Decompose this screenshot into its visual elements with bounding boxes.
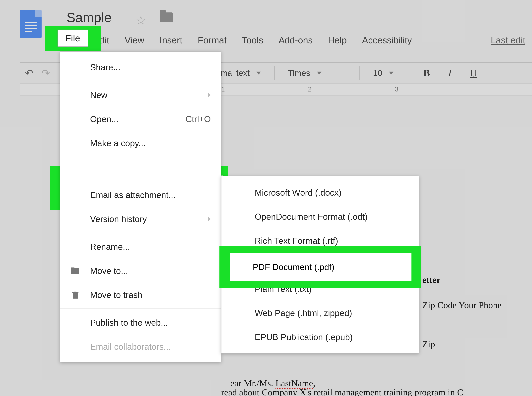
font-family-dropdown[interactable]: Times — [283, 68, 351, 78]
submenu-arrow-icon — [208, 93, 211, 97]
chevron-down-icon — [256, 72, 261, 75]
underline-button[interactable]: U — [465, 67, 482, 79]
last-edit-link[interactable]: Last edit — [491, 35, 525, 46]
tutorial-highlight-pdf: PDF Document (.pdf) — [220, 246, 421, 288]
font-family-value: Times — [288, 68, 310, 78]
menu-tools[interactable]: Tools — [240, 33, 265, 47]
doc-text: Zip Code Your Phone — [422, 298, 502, 312]
menu-item-email-collaborators: Email collaborators... — [60, 335, 221, 359]
menu-item-label: New — [90, 90, 108, 100]
menu-item-version-history[interactable]: Version history — [60, 207, 221, 231]
chevron-down-icon — [317, 72, 322, 75]
menu-divider — [60, 233, 221, 233]
submenu-item-label: OpenDocument Format (.odt) — [255, 212, 368, 222]
redo-icon[interactable]: ↷ — [42, 67, 50, 79]
menu-item-label: Share... — [90, 62, 120, 72]
submenu-item-label: Microsoft Word (.docx) — [255, 188, 341, 198]
menu-item-label: Version history — [90, 214, 147, 224]
submenu-item-label: Web Page (.html, zipped) — [255, 308, 352, 318]
menu-divider — [60, 309, 221, 309]
menu-item-new[interactable]: New — [60, 83, 221, 107]
menu-shortcut: Ctrl+O — [185, 114, 211, 124]
menu-item-label: Rename... — [90, 242, 130, 252]
menu-item-email-attachment[interactable]: Email as attachment... — [60, 183, 221, 207]
submenu-arrow-icon — [208, 217, 211, 221]
trash-icon — [70, 290, 80, 300]
menubar: File Edit View Insert Format Tools Add-o… — [61, 33, 414, 47]
submenu-item-label: EPUB Publication (.epub) — [255, 332, 353, 342]
google-docs-logo — [20, 10, 42, 38]
undo-icon[interactable]: ↶ — [25, 67, 33, 79]
menu-accessibility[interactable]: Accessibility — [360, 33, 414, 47]
submenu-item-pdf[interactable]: PDF Document (.pdf) — [230, 253, 412, 281]
menu-item-label: Make a copy... — [90, 138, 146, 148]
menu-item-share[interactable]: Share... — [60, 55, 221, 79]
menu-item-make-copy[interactable]: Make a copy... — [60, 131, 221, 155]
menu-format[interactable]: Format — [196, 33, 229, 47]
menu-help[interactable]: Help — [326, 33, 349, 47]
chevron-down-icon — [389, 72, 394, 75]
menu-item-rename[interactable]: Rename... — [60, 235, 221, 259]
font-size-dropdown[interactable]: 10 — [368, 68, 401, 78]
menu-item-open[interactable]: Open... Ctrl+O — [60, 107, 221, 131]
menu-item-label: Email as attachment... — [90, 190, 176, 200]
tutorial-highlight-file: File — [45, 26, 101, 51]
menu-insert[interactable]: Insert — [158, 33, 185, 47]
paragraph-style-value: rmal text — [218, 68, 250, 78]
menu-item-move-to-trash[interactable]: Move to trash — [60, 283, 221, 307]
submenu-item-odt[interactable]: OpenDocument Format (.odt) — [221, 204, 419, 229]
menu-addons[interactable]: Add-ons — [277, 33, 315, 47]
menu-item-label: Open... — [90, 114, 119, 124]
submenu-item-label: Rich Text Format (.rtf) — [255, 236, 338, 246]
ruler-mark: 3 — [395, 86, 399, 93]
document-title[interactable]: Sample — [66, 10, 112, 25]
submenu-item-docx[interactable]: Microsoft Word (.docx) — [221, 181, 419, 204]
bold-button[interactable]: B — [418, 67, 435, 79]
menu-divider — [60, 157, 221, 157]
doc-text: Zip — [422, 337, 435, 351]
submenu-item-html[interactable]: Web Page (.html, zipped) — [221, 301, 419, 325]
menu-file[interactable]: File — [58, 29, 88, 47]
ruler-mark: 1 — [221, 86, 225, 93]
ruler-mark: 2 — [308, 86, 311, 93]
menu-item-label: Publish to the web... — [90, 318, 168, 328]
move-folder-icon[interactable] — [160, 12, 173, 23]
submenu-item-epub[interactable]: EPUB Publication (.epub) — [221, 325, 419, 349]
file-dropdown-menu: Share... New Open... Ctrl+O Make a copy.… — [60, 52, 221, 362]
folder-icon — [70, 266, 80, 276]
menu-item-publish-web[interactable]: Publish to the web... — [60, 310, 221, 335]
doc-text: read about Company X's retail management… — [221, 385, 463, 396]
submenu-item-label: PDF Document (.pdf) — [253, 262, 334, 272]
font-size-value: 10 — [373, 68, 382, 78]
menu-item-label: Move to... — [90, 266, 128, 276]
doc-heading: etter — [422, 273, 441, 287]
menu-item-move-to[interactable]: Move to... — [60, 259, 221, 283]
menu-view[interactable]: View — [123, 33, 146, 47]
menu-divider — [60, 81, 221, 81]
menu-item-label: Email collaborators... — [90, 342, 171, 352]
menu-item-label: Move to trash — [90, 290, 143, 300]
italic-button[interactable]: I — [443, 67, 456, 79]
star-icon[interactable]: ☆ — [136, 13, 146, 27]
